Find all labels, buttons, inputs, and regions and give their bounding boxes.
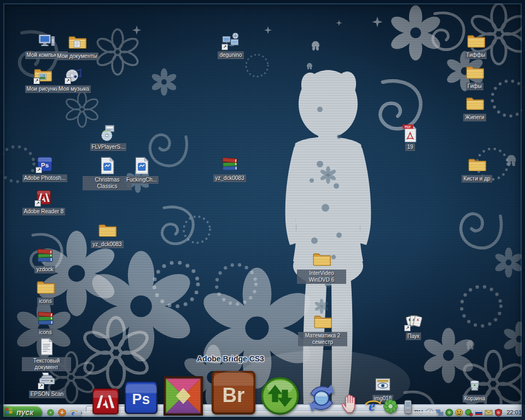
desktop-icon-folder-gify[interactable]: Гифы [450,63,499,90]
shortcut-arrow-icon: ↗ [38,383,44,389]
dock-mobile-phone[interactable] [399,398,417,416]
desktop-icon-label: Adobe Reader 8 [22,208,66,215]
desktop-icon-folder-zhipegi[interactable]: Жипеги [450,94,499,121]
desktop-icon-label: Моя музыка [57,85,91,93]
desktop-icon-rar-yz-dck0083[interactable]: yz_dck0083 [205,155,254,182]
ql-internet-explorer[interactable]: e [69,408,78,417]
adobe-photoshop-icon: Ps↗ [36,155,54,173]
text-document-icon [37,337,56,356]
desktop-icon-adobe-photoshop[interactable]: Ps↗Adobe Photosh... [20,155,69,182]
shortcut-arrow-icon: ↗ [65,78,71,84]
desktop-icon-my-music[interactable]: ↗Моя музыка [49,66,98,93]
ql-icq[interactable] [46,408,55,417]
shortcut-arrow-icon: ↗ [221,44,228,50]
shortcut-arrow-icon: ↗ [34,200,41,207]
folder-yz-dck0083-icon [98,221,116,240]
desktop-icon-folder-yz-dck0083[interactable]: yz_dck0083 [83,221,132,248]
rar-icons-icon [36,309,55,328]
desktop-icon-label: Паук [406,332,421,340]
taskbar-clock[interactable]: 22:01 [506,409,522,416]
desktop-icon-my-documents[interactable]: Мои документы [52,33,102,60]
desktop-icon-intervideo-windvd6[interactable]: InterVideo WinDVD 6 [297,250,346,284]
desktop-icon-folder-tiffy[interactable]: Тиффы [451,32,500,59]
my-music-icon: ↗ [65,66,83,84]
desktop-icon-label: Кисти и др [462,175,492,183]
img018-icon [374,375,392,394]
start-button[interactable]: пуск [1,406,42,419]
messenger-icon[interactable] [465,409,473,417]
flvplayer-setup-icon [99,124,118,142]
dock-internet-explorer[interactable]: e [363,396,383,416]
start-button-label: пуск [16,408,33,417]
mail-icon[interactable] [485,409,493,417]
matematika-2-semestr-icon [313,312,332,331]
desktop-icon-label: Мои документы [56,52,99,60]
desktop-icon-rar-icons[interactable]: icons [21,309,70,336]
desktop-icon-label: EPSON Scan [29,390,66,398]
desktop-icon-label: Жипеги [463,114,486,121]
desktop-icon-label: yz_dck0083 [91,241,123,248]
my-documents-icon [68,33,86,51]
desktop-icon-matematika-2-semestr[interactable]: Математика 2 семестр [298,312,347,346]
desktop-icon-yzdock[interactable]: yzdock [20,246,69,273]
smiley-icon[interactable] [455,409,463,417]
intervideo-windvd6-icon [312,250,331,269]
desktop-icon-label: FuckingCh... [125,176,159,184]
dock-web-globe[interactable] [304,381,339,416]
svg-text:Ps: Ps [41,161,49,168]
desktop-icon-label: FLVPlayerS... [90,143,127,151]
fucking-ch-icon [132,156,151,175]
ql-download-master[interactable] [57,408,67,417]
rar-yz-dck0083-icon [220,155,239,173]
desktop-icon-fucking-ch[interactable]: FuckingCh... [117,156,166,184]
desktop-icon-label: 19 [405,143,415,151]
desktop-icon-label: degunino [218,51,243,59]
dock-sync-tool[interactable] [260,376,300,416]
desktop-icon-degunino[interactable]: ↗degunino [206,32,255,59]
desktop-icon-flvplayer-setup[interactable]: FLVPlayerS... [84,124,133,151]
desktop-icon-epson-scan[interactable]: ↗EPSON Scan [22,371,72,398]
shortcut-arrow-icon: ↗ [36,167,42,173]
epson-scan-icon: ↗ [38,371,56,389]
desktop-icon-folder-kisti[interactable]: Кисти и др [452,155,501,183]
desktop: Мой компьютерМои документы↗Мои рисунки↗М… [0,0,525,420]
desktop-icon-text-document[interactable]: Текстовый документ [22,337,71,371]
desktop-icon-label: yz_dck0083 [213,174,246,182]
desktop-icon-pdf-19[interactable]: PDF19 [386,124,435,151]
svg-text:e: e [369,398,375,414]
dock-adobe-photoshop[interactable]: Ps [123,380,159,416]
desktop-icon-label: Математика 2 семестр [298,332,347,346]
pauk-icon: ↗ [404,313,423,331]
dock-hand-tool[interactable] [339,392,363,416]
dock-adobe-cs3[interactable] [164,376,203,416]
degunino-icon: ↗ [221,32,240,50]
shortcut-arrow-icon: ↗ [33,78,40,84]
svg-text:PDF: PDF [405,125,411,129]
folder-zhipegi-icon [465,94,484,113]
folder-gify-icon [465,63,484,81]
desktop-icon-label: InterVideo WinDVD 6 [297,270,346,284]
dock-adobe-bridge[interactable]: Br [211,370,256,416]
dock-tooltip: Adobe Bridge CS3 [197,354,264,363]
desktop-icon-recycle-bin[interactable]: Корзина [450,375,499,402]
svg-text:Br: Br [223,384,245,406]
folder-tiffy-icon [466,32,485,50]
yzdock-icon [36,246,54,265]
desktop-icon-label: Тиффы [465,51,487,59]
shortcut-arrow-icon: ↗ [404,325,411,331]
dock-icq[interactable] [381,397,400,416]
ru-flag-icon[interactable] [475,409,483,417]
desktop-icon-pauk[interactable]: ↗Паук [389,313,438,340]
network-icon[interactable] [435,409,444,417]
desktop-icon-adobe-reader-8[interactable]: ↗Adobe Reader 8 [19,188,68,215]
pdf-19-icon: PDF [401,124,419,142]
desktop-icon-label: Текстовый документ [22,357,71,371]
dock-adobe-reader[interactable] [91,387,120,416]
quick-launch: e [44,408,80,417]
desktop-icon-folder-icons[interactable]: icons [21,278,70,305]
antivirus-icon[interactable] [445,409,453,417]
security-shield-icon[interactable] [494,409,503,417]
desktop-icon-label: icons [37,329,53,336]
tray-icons [425,409,503,417]
folder-kisti-icon [468,155,486,174]
